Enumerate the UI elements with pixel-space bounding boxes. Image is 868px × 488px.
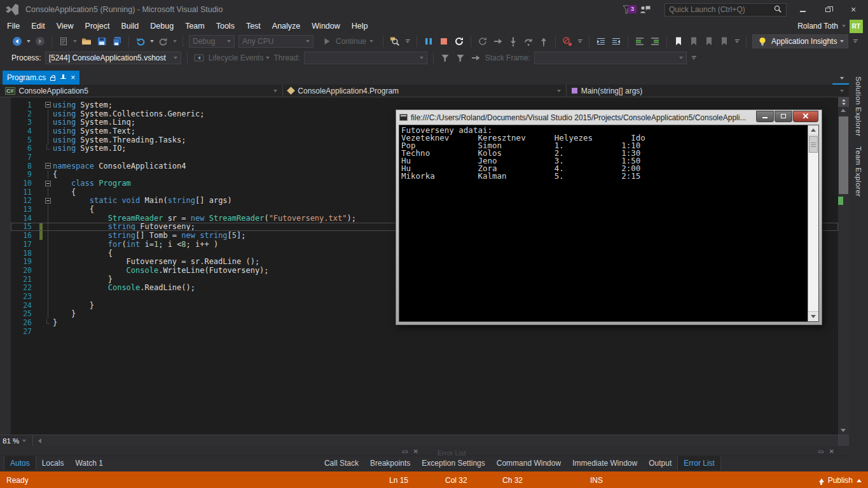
refresh-icon[interactable] — [477, 36, 488, 47]
quick-launch-input[interactable]: Quick Launch (Ctrl+Q) — [665, 3, 787, 17]
save-all-icon[interactable] — [111, 36, 123, 47]
previous-bookmark-icon[interactable] — [688, 36, 699, 47]
solution-platform-combo[interactable]: Any CPU — [238, 35, 313, 48]
panel-tab-output[interactable]: Output — [643, 456, 677, 470]
menu-file[interactable]: File — [1, 20, 25, 32]
find-in-files-icon[interactable] — [389, 36, 401, 47]
panel-tab-error-list[interactable]: Error List — [677, 456, 721, 470]
stop-icon[interactable] — [438, 36, 450, 47]
editor-scrollbar-thumb[interactable] — [839, 116, 848, 194]
restore-button[interactable] — [818, 3, 837, 17]
menu-build[interactable]: Build — [115, 20, 144, 32]
editor-horizontal-scrollbar[interactable] — [41, 435, 838, 446]
breakpoint-margin[interactable] — [0, 97, 11, 435]
step-into-icon[interactable] — [507, 36, 519, 47]
console-close-button[interactable]: ✕ — [793, 111, 818, 122]
panel-tab-breakpoints[interactable]: Breakpoints — [364, 456, 416, 470]
feedback-icon[interactable] — [639, 4, 651, 15]
menu-analyze[interactable]: Analyze — [266, 20, 306, 32]
panel-tab-exception-settings[interactable]: Exception Settings — [416, 456, 490, 470]
console-scroll-down-icon[interactable] — [808, 311, 818, 321]
user-menu-caret-icon[interactable] — [842, 25, 846, 27]
show-next-statement-icon[interactable] — [492, 36, 504, 47]
panel-tab-autos[interactable]: Autos — [4, 456, 36, 470]
menu-window[interactable]: Window — [306, 20, 345, 32]
console-minimize-button[interactable] — [756, 111, 774, 122]
clear-bookmarks-icon[interactable] — [719, 36, 730, 47]
undo-icon[interactable] — [135, 36, 146, 47]
menu-help[interactable]: Help — [346, 20, 374, 32]
bookmark-icon[interactable] — [673, 36, 684, 47]
navigate-forward-code-icon[interactable] — [610, 36, 622, 47]
publish-button[interactable]: Publish — [819, 471, 862, 488]
solution-configuration-combo[interactable]: Debug — [189, 35, 235, 48]
editor-vertical-scrollbar[interactable] — [838, 97, 849, 435]
comment-icon[interactable] — [634, 36, 645, 47]
pause-icon[interactable] — [423, 36, 434, 47]
menu-project[interactable]: Project — [79, 20, 116, 32]
dropdown-caret-icon[interactable] — [173, 40, 177, 43]
toolbar-overflow-icon[interactable] — [734, 39, 740, 43]
new-item-icon[interactable] — [58, 36, 69, 47]
panel-tab-command-window[interactable]: Command Window — [491, 456, 567, 470]
toolbar-overflow-icon[interactable] — [577, 39, 583, 43]
outlining-margin[interactable] — [43, 197, 53, 206]
member-dropdown[interactable]: Main(string[] args) — [567, 85, 849, 97]
sidebar-tab-team-explorer[interactable]: Team Explorer — [855, 144, 862, 199]
document-list-caret-icon[interactable] — [840, 77, 844, 80]
uncomment-icon[interactable] — [649, 36, 661, 47]
stack-frame-combo[interactable] — [534, 52, 687, 64]
step-over-icon[interactable] — [523, 36, 534, 47]
panel-tab-locals[interactable]: Locals — [36, 456, 70, 470]
flag-threads-icon[interactable] — [439, 52, 451, 64]
filter-threads-icon[interactable] — [455, 52, 466, 64]
console-scrollbar-thumb[interactable] — [809, 136, 818, 153]
intellitrace-icon[interactable] — [193, 52, 205, 64]
process-combo[interactable]: [5244] ConsoleApplication5.vshost — [45, 52, 181, 64]
panel-tab-watch-1[interactable]: Watch 1 — [69, 456, 109, 470]
step-out-icon[interactable] — [538, 36, 549, 47]
code-line-27[interactable]: 27 — [11, 327, 838, 336]
console-window[interactable]: file:///C:/Users/Roland/Documents/Visual… — [396, 109, 822, 325]
close-button[interactable]: × — [844, 3, 863, 17]
editor-splitter-handle[interactable] — [838, 97, 849, 107]
outlining-margin[interactable] — [43, 162, 53, 171]
console-scroll-up-icon[interactable] — [808, 125, 818, 136]
dropdown-caret-icon[interactable] — [27, 40, 31, 43]
notifications-icon[interactable]: 3 — [621, 4, 633, 15]
menu-view[interactable]: View — [51, 20, 79, 32]
suspend-threads-icon[interactable] — [470, 52, 481, 64]
menu-test[interactable]: Test — [240, 20, 266, 32]
scroll-up-arrow-icon[interactable] — [841, 109, 846, 112]
disable-breakpoints-icon[interactable] — [561, 36, 573, 47]
sidebar-tab-solution-explorer[interactable]: Solution Explorer — [855, 74, 862, 139]
menu-team[interactable]: Team — [179, 20, 210, 32]
open-file-icon[interactable] — [81, 36, 92, 47]
save-icon[interactable] — [96, 36, 107, 47]
menu-tools[interactable]: Tools — [210, 20, 240, 32]
scrollbar-end-button[interactable] — [838, 435, 849, 446]
application-insights-button[interactable]: Application Insights — [752, 34, 848, 48]
continue-button[interactable]: Continue — [317, 34, 377, 48]
dropdown-caret-icon[interactable] — [73, 40, 77, 43]
scroll-down-arrow-icon[interactable] — [841, 429, 846, 432]
class-dropdown[interactable]: ConsoleApplication4.Program — [283, 85, 566, 97]
outlining-margin[interactable] — [43, 179, 53, 188]
restart-icon[interactable] — [453, 36, 465, 47]
tab-program-cs[interactable]: Program.cs × — [3, 71, 79, 85]
minimize-button[interactable] — [793, 3, 812, 17]
pin-icon[interactable] — [60, 74, 66, 81]
zoom-level-dropdown[interactable]: 81 % — [0, 435, 33, 446]
redo-icon[interactable] — [158, 36, 169, 47]
dropdown-caret-icon[interactable] — [150, 40, 154, 43]
project-dropdown[interactable]: C# ConsoleApplication5 — [0, 85, 283, 97]
toolbar-overflow-icon[interactable] — [404, 39, 411, 43]
toolbar-overflow-icon[interactable] — [852, 39, 858, 43]
console-title-bar[interactable]: file:///C:/Users/Roland/Documents/Visual… — [396, 110, 822, 125]
user-name[interactable]: Roland Toth — [797, 22, 838, 31]
tab-close-icon[interactable]: × — [71, 73, 75, 82]
menu-debug[interactable]: Debug — [144, 20, 179, 32]
nav-forward-icon[interactable] — [34, 36, 46, 47]
code-line-1[interactable]: 1using System; — [11, 101, 838, 109]
panel-tab-call-stack[interactable]: Call Stack — [319, 456, 364, 470]
